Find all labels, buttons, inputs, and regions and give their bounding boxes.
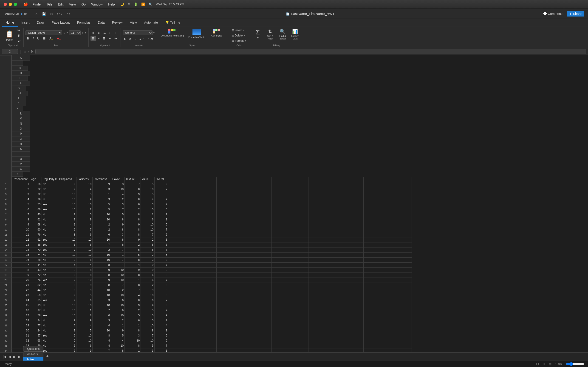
cell-r4c2[interactable]: 29 xyxy=(30,197,42,202)
empty-cell[interactable] xyxy=(363,192,382,197)
empty-cell[interactable] xyxy=(198,237,216,242)
cell-r28c5[interactable]: 9 xyxy=(77,318,93,323)
empty-cell[interactable] xyxy=(400,192,412,197)
cell-r23c5[interactable]: 5 xyxy=(77,293,93,298)
cell-r2c9[interactable]: 10 xyxy=(141,187,155,192)
sheet-tab-answers[interactable]: Answers xyxy=(23,351,43,357)
col-header-V[interactable]: V xyxy=(12,161,30,167)
empty-cell[interactable] xyxy=(345,298,363,303)
cell-r9c9[interactable]: 10 xyxy=(141,222,155,227)
empty-cell[interactable] xyxy=(345,212,363,217)
empty-cell[interactable] xyxy=(400,343,412,348)
cell-r22c4[interactable]: 8 xyxy=(58,288,77,293)
empty-cell[interactable] xyxy=(363,202,382,207)
empty-cell[interactable] xyxy=(382,247,400,252)
empty-cell[interactable] xyxy=(180,288,198,293)
cell-r3c5[interactable]: 5 xyxy=(77,192,93,197)
cell-r18c4[interactable]: 3 xyxy=(58,267,77,273)
empty-cell[interactable] xyxy=(345,273,363,277)
paste-btn[interactable]: 📋 Paste xyxy=(4,29,15,42)
empty-cell[interactable] xyxy=(168,348,180,352)
cell-r7c1[interactable]: 7 xyxy=(12,212,30,217)
cell-r4c10[interactable]: 9 xyxy=(155,197,168,202)
cell-r20c8[interactable]: 1 xyxy=(125,277,141,283)
cell-r33c7[interactable]: 10 xyxy=(111,343,125,348)
empty-cell[interactable] xyxy=(198,267,216,273)
cell-r31c5[interactable]: 10 xyxy=(77,333,93,338)
confirm-formula-icon[interactable]: ✓ xyxy=(27,50,30,53)
cell-r22c9[interactable]: 9 xyxy=(141,288,155,293)
cell-r17c5[interactable]: 4 xyxy=(77,262,93,267)
empty-cell[interactable] xyxy=(168,182,180,187)
empty-cell[interactable] xyxy=(216,207,235,212)
empty-cell[interactable] xyxy=(253,313,272,318)
cell-r31c8[interactable]: 3 xyxy=(125,333,141,338)
empty-cell[interactable] xyxy=(400,262,412,267)
align-left-btn[interactable]: ☰ xyxy=(90,36,96,41)
cell-r4c6[interactable]: 9 xyxy=(93,197,111,202)
empty-cell[interactable] xyxy=(180,182,198,187)
empty-cell[interactable] xyxy=(180,283,198,288)
empty-cell[interactable] xyxy=(290,247,309,252)
empty-cell[interactable] xyxy=(198,333,216,338)
empty-cell[interactable] xyxy=(168,323,180,328)
empty-cell[interactable] xyxy=(235,202,253,207)
empty-cell[interactable] xyxy=(253,343,272,348)
empty-cell[interactable] xyxy=(180,318,198,323)
conditional-formatting-btn[interactable]: Conditional Formatting xyxy=(159,28,186,38)
header-cell-3[interactable]: Crispiness xyxy=(58,177,77,182)
cell-r1c10[interactable]: 9 xyxy=(155,182,168,187)
empty-cell[interactable] xyxy=(180,343,198,348)
empty-cell[interactable] xyxy=(345,227,363,232)
empty-cell[interactable] xyxy=(198,257,216,262)
empty-cell[interactable] xyxy=(327,217,345,222)
cell-r4c3[interactable]: No xyxy=(42,197,58,202)
empty-cell[interactable] xyxy=(272,273,290,277)
empty-cell[interactable] xyxy=(180,202,198,207)
cell-r2c3[interactable]: No xyxy=(42,187,58,192)
cell-r14c7[interactable]: 7 xyxy=(111,247,125,252)
empty-cell[interactable] xyxy=(345,308,363,313)
cell-r21c9[interactable]: 2 xyxy=(141,283,155,288)
cell-r33c8[interactable]: 8 xyxy=(125,343,141,348)
empty-cell[interactable] xyxy=(345,323,363,328)
empty-cell[interactable] xyxy=(345,207,363,212)
empty-cell[interactable] xyxy=(290,338,309,343)
cell-r29c1[interactable]: 29 xyxy=(12,323,30,328)
cell-r13c1[interactable]: 13 xyxy=(12,242,30,247)
menu-window[interactable]: Window xyxy=(88,2,105,6)
empty-cell[interactable] xyxy=(235,313,253,318)
empty-cell[interactable] xyxy=(290,197,309,202)
empty-cell[interactable] xyxy=(272,207,290,212)
cell-r12c9[interactable]: 2 xyxy=(141,237,155,242)
empty-cell[interactable] xyxy=(168,187,180,192)
col-header-P[interactable]: P xyxy=(12,131,30,136)
cell-r18c8[interactable]: 9 xyxy=(125,267,141,273)
empty-cell[interactable] xyxy=(290,343,309,348)
empty-cell[interactable] xyxy=(363,298,382,303)
empty-cell[interactable] xyxy=(345,257,363,262)
empty-cell[interactable] xyxy=(253,308,272,313)
empty-cell[interactable] xyxy=(180,227,198,232)
empty-cell[interactable] xyxy=(290,283,309,288)
empty-cell[interactable] xyxy=(272,318,290,323)
empty-cell[interactable] xyxy=(363,338,382,343)
empty-cell[interactable] xyxy=(216,187,235,192)
empty-cell[interactable] xyxy=(180,298,198,303)
empty-cell[interactable] xyxy=(290,277,309,283)
cell-r34c8[interactable]: 1 xyxy=(125,348,141,352)
cell-r25c6[interactable]: 10 xyxy=(93,303,111,308)
empty-cell[interactable] xyxy=(216,348,235,352)
empty-cell[interactable] xyxy=(309,252,327,257)
empty-cell[interactable] xyxy=(309,212,327,217)
cell-r27c7[interactable]: 10 xyxy=(111,313,125,318)
empty-cell[interactable] xyxy=(345,262,363,267)
empty-cell[interactable] xyxy=(345,182,363,187)
empty-cell[interactable] xyxy=(180,237,198,242)
cell-r31c7[interactable]: 5 xyxy=(111,333,125,338)
empty-cell[interactable] xyxy=(309,237,327,242)
cell-r23c10[interactable]: 8 xyxy=(155,293,168,298)
cell-r21c10[interactable]: 6 xyxy=(155,283,168,288)
cell-r5c9[interactable]: 3 xyxy=(141,202,155,207)
menu-view[interactable]: View xyxy=(66,2,78,6)
